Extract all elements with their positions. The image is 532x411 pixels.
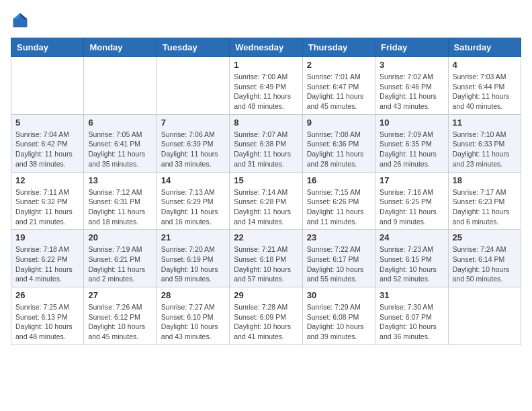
calendar-cell: 23Sunrise: 7:22 AM Sunset: 6:17 PM Dayli… [302, 230, 375, 287]
day-number: 23 [307, 232, 371, 242]
day-number: 20 [88, 232, 152, 242]
day-number: 31 [380, 290, 443, 300]
day-number: 5 [15, 118, 79, 128]
calendar-cell: 30Sunrise: 7:29 AM Sunset: 6:08 PM Dayli… [302, 287, 375, 345]
logo [11, 11, 34, 30]
calendar-cell: 6Sunrise: 7:05 AM Sunset: 6:41 PM Daylig… [84, 114, 157, 172]
day-info: Sunrise: 7:15 AM Sunset: 6:26 PM Dayligh… [307, 187, 371, 227]
day-info: Sunrise: 7:04 AM Sunset: 6:42 PM Dayligh… [15, 130, 79, 169]
calendar-cell: 11Sunrise: 7:10 AM Sunset: 6:33 PM Dayli… [448, 114, 521, 172]
calendar-week-row: 12Sunrise: 7:11 AM Sunset: 6:32 PM Dayli… [11, 172, 521, 230]
day-number: 8 [234, 118, 298, 128]
day-number: 1 [234, 60, 298, 70]
day-info: Sunrise: 7:30 AM Sunset: 6:07 PM Dayligh… [380, 302, 443, 342]
day-info: Sunrise: 7:17 AM Sunset: 6:23 PM Dayligh… [453, 187, 517, 227]
day-number: 4 [453, 60, 517, 70]
calendar-cell: 28Sunrise: 7:27 AM Sunset: 6:10 PM Dayli… [157, 287, 229, 345]
calendar-cell: 3Sunrise: 7:02 AM Sunset: 6:46 PM Daylig… [375, 57, 448, 115]
day-info: Sunrise: 7:27 AM Sunset: 6:10 PM Dayligh… [161, 302, 225, 342]
day-number: 27 [88, 290, 152, 300]
calendar-cell: 26Sunrise: 7:25 AM Sunset: 6:13 PM Dayli… [11, 287, 84, 345]
day-number: 28 [161, 290, 225, 300]
calendar-cell: 29Sunrise: 7:28 AM Sunset: 6:09 PM Dayli… [230, 287, 302, 345]
day-header-saturday: Saturday [448, 38, 521, 57]
day-info: Sunrise: 7:05 AM Sunset: 6:41 PM Dayligh… [88, 130, 152, 169]
calendar-cell: 21Sunrise: 7:20 AM Sunset: 6:19 PM Dayli… [157, 230, 229, 287]
calendar-cell: 2Sunrise: 7:01 AM Sunset: 6:47 PM Daylig… [302, 57, 375, 115]
day-info: Sunrise: 7:22 AM Sunset: 6:17 PM Dayligh… [307, 244, 371, 284]
day-header-monday: Monday [84, 38, 157, 57]
day-info: Sunrise: 7:03 AM Sunset: 6:44 PM Dayligh… [453, 72, 517, 111]
calendar-cell: 17Sunrise: 7:16 AM Sunset: 6:25 PM Dayli… [375, 172, 448, 230]
day-header-thursday: Thursday [302, 38, 375, 57]
day-number: 17 [380, 175, 443, 185]
calendar-cell: 9Sunrise: 7:08 AM Sunset: 6:36 PM Daylig… [302, 114, 375, 172]
calendar-cell: 15Sunrise: 7:14 AM Sunset: 6:28 PM Dayli… [230, 172, 302, 230]
day-number: 6 [88, 118, 152, 128]
calendar-cell: 10Sunrise: 7:09 AM Sunset: 6:35 PM Dayli… [375, 114, 448, 172]
calendar-cell: 4Sunrise: 7:03 AM Sunset: 6:44 PM Daylig… [448, 57, 521, 115]
calendar-table: SundayMondayTuesdayWednesdayThursdayFrid… [11, 38, 521, 345]
day-number: 9 [307, 118, 371, 128]
calendar-cell: 1Sunrise: 7:00 AM Sunset: 6:49 PM Daylig… [230, 57, 302, 115]
calendar-cell: 14Sunrise: 7:13 AM Sunset: 6:29 PM Dayli… [157, 172, 229, 230]
day-info: Sunrise: 7:16 AM Sunset: 6:25 PM Dayligh… [380, 187, 443, 227]
calendar-cell [448, 287, 521, 345]
day-info: Sunrise: 7:12 AM Sunset: 6:31 PM Dayligh… [88, 187, 152, 227]
day-info: Sunrise: 7:21 AM Sunset: 6:18 PM Dayligh… [234, 244, 298, 284]
calendar-week-row: 1Sunrise: 7:00 AM Sunset: 6:49 PM Daylig… [11, 57, 521, 115]
calendar-cell: 18Sunrise: 7:17 AM Sunset: 6:23 PM Dayli… [448, 172, 521, 230]
day-info: Sunrise: 7:19 AM Sunset: 6:21 PM Dayligh… [88, 244, 152, 284]
day-info: Sunrise: 7:25 AM Sunset: 6:13 PM Dayligh… [15, 302, 79, 342]
day-number: 26 [15, 290, 79, 300]
day-info: Sunrise: 7:08 AM Sunset: 6:36 PM Dayligh… [307, 130, 371, 169]
day-info: Sunrise: 7:02 AM Sunset: 6:46 PM Dayligh… [380, 72, 443, 111]
day-number: 30 [307, 290, 371, 300]
day-info: Sunrise: 7:09 AM Sunset: 6:35 PM Dayligh… [380, 130, 443, 169]
day-number: 11 [453, 118, 517, 128]
day-info: Sunrise: 7:28 AM Sunset: 6:09 PM Dayligh… [234, 302, 298, 342]
day-number: 10 [380, 118, 443, 128]
calendar-cell: 25Sunrise: 7:24 AM Sunset: 6:14 PM Dayli… [448, 230, 521, 287]
day-info: Sunrise: 7:23 AM Sunset: 6:15 PM Dayligh… [380, 244, 443, 284]
day-number: 2 [307, 60, 371, 70]
calendar-week-row: 26Sunrise: 7:25 AM Sunset: 6:13 PM Dayli… [11, 287, 521, 345]
calendar-week-row: 5Sunrise: 7:04 AM Sunset: 6:42 PM Daylig… [11, 114, 521, 172]
day-header-sunday: Sunday [11, 38, 84, 57]
calendar-week-row: 19Sunrise: 7:18 AM Sunset: 6:22 PM Dayli… [11, 230, 521, 287]
day-header-friday: Friday [375, 38, 448, 57]
day-number: 3 [380, 60, 443, 70]
calendar-cell [157, 57, 229, 115]
page-header [11, 11, 521, 30]
calendar-cell: 22Sunrise: 7:21 AM Sunset: 6:18 PM Dayli… [230, 230, 302, 287]
day-info: Sunrise: 7:13 AM Sunset: 6:29 PM Dayligh… [161, 187, 225, 227]
day-info: Sunrise: 7:18 AM Sunset: 6:22 PM Dayligh… [15, 244, 79, 284]
day-number: 19 [15, 232, 79, 242]
day-number: 18 [453, 175, 517, 185]
logo-icon [11, 11, 30, 30]
calendar-cell: 13Sunrise: 7:12 AM Sunset: 6:31 PM Dayli… [84, 172, 157, 230]
calendar-cell: 5Sunrise: 7:04 AM Sunset: 6:42 PM Daylig… [11, 114, 84, 172]
day-info: Sunrise: 7:10 AM Sunset: 6:33 PM Dayligh… [453, 130, 517, 169]
calendar-cell: 19Sunrise: 7:18 AM Sunset: 6:22 PM Dayli… [11, 230, 84, 287]
day-number: 25 [453, 232, 517, 242]
calendar-cell: 24Sunrise: 7:23 AM Sunset: 6:15 PM Dayli… [375, 230, 448, 287]
day-number: 15 [234, 175, 298, 185]
day-info: Sunrise: 7:20 AM Sunset: 6:19 PM Dayligh… [161, 244, 225, 284]
day-info: Sunrise: 7:00 AM Sunset: 6:49 PM Dayligh… [234, 72, 298, 111]
calendar-cell: 7Sunrise: 7:06 AM Sunset: 6:39 PM Daylig… [157, 114, 229, 172]
day-info: Sunrise: 7:01 AM Sunset: 6:47 PM Dayligh… [307, 72, 371, 111]
day-number: 7 [161, 118, 225, 128]
day-number: 12 [15, 175, 79, 185]
day-header-tuesday: Tuesday [157, 38, 229, 57]
day-number: 13 [88, 175, 152, 185]
day-info: Sunrise: 7:14 AM Sunset: 6:28 PM Dayligh… [234, 187, 298, 227]
calendar-cell [84, 57, 157, 115]
calendar-cell [11, 57, 84, 115]
day-number: 21 [161, 232, 225, 242]
calendar-cell: 20Sunrise: 7:19 AM Sunset: 6:21 PM Dayli… [84, 230, 157, 287]
day-number: 16 [307, 175, 371, 185]
day-info: Sunrise: 7:29 AM Sunset: 6:08 PM Dayligh… [307, 302, 371, 342]
calendar-cell: 31Sunrise: 7:30 AM Sunset: 6:07 PM Dayli… [375, 287, 448, 345]
calendar-cell: 12Sunrise: 7:11 AM Sunset: 6:32 PM Dayli… [11, 172, 84, 230]
